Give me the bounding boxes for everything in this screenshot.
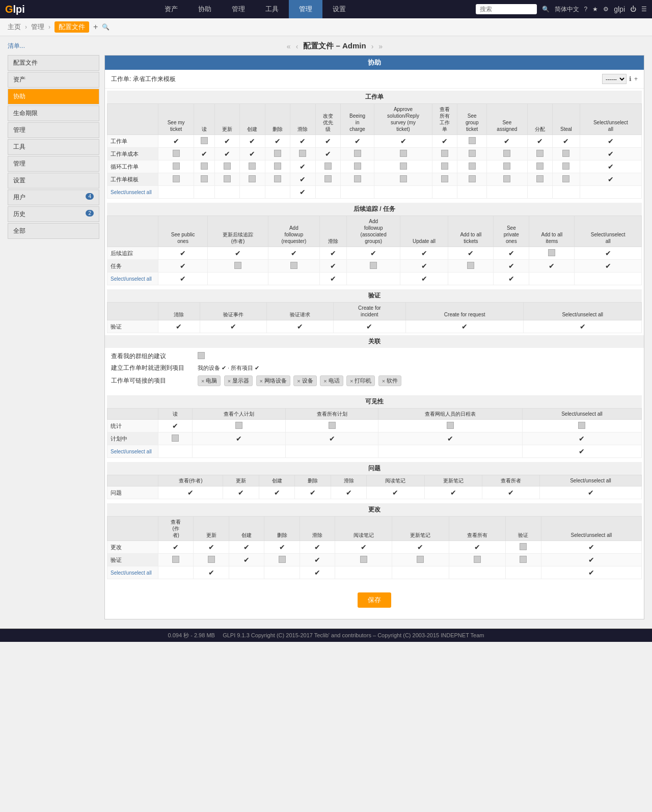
empty-checkbox[interactable]: [354, 163, 361, 170]
template-dropdown[interactable]: ------: [602, 74, 627, 84]
table-cell[interactable]: ✔: [541, 566, 641, 579]
table-cell[interactable]: ✔: [223, 486, 259, 499]
language-selector[interactable]: 简体中文: [555, 5, 579, 14]
table-cell[interactable]: ✔: [580, 135, 641, 148]
search-icon[interactable]: 🔍: [542, 6, 550, 13]
sidebar-item-history[interactable]: 历史 2: [8, 206, 99, 222]
table-cell[interactable]: [457, 160, 487, 173]
table-cell[interactable]: ✔: [494, 273, 529, 285]
table-cell[interactable]: [214, 160, 239, 173]
table-cell[interactable]: [553, 160, 580, 173]
table-cell[interactable]: [553, 173, 580, 186]
table-cell[interactable]: [341, 173, 374, 186]
empty-checkbox[interactable]: [400, 150, 407, 157]
breadcrumb-manage[interactable]: 管理: [31, 22, 44, 32]
table-cell[interactable]: ✔: [290, 173, 315, 186]
table-cell[interactable]: [527, 186, 552, 199]
next-next-button[interactable]: »: [378, 42, 383, 50]
tag-printer[interactable]: × 打印机: [346, 375, 375, 386]
nav-manage[interactable]: 管理: [222, 0, 255, 18]
table-cell[interactable]: [194, 554, 229, 566]
table-cell[interactable]: ✔: [553, 135, 580, 148]
table-cell[interactable]: ✔: [158, 541, 194, 554]
empty-checkbox[interactable]: [562, 163, 569, 170]
table-cell[interactable]: ✔: [392, 541, 449, 554]
table-cell[interactable]: ✔: [158, 260, 208, 273]
table-cell[interactable]: [265, 148, 290, 160]
sidebar-item-mgmt[interactable]: 管理: [8, 122, 99, 138]
power-icon[interactable]: ⏻: [630, 6, 636, 13]
tag-device[interactable]: × 设备: [293, 375, 316, 386]
breadcrumb-active[interactable]: 配置文件: [55, 21, 89, 33]
table-cell[interactable]: [378, 445, 522, 458]
table-cell[interactable]: [448, 260, 494, 273]
table-cell[interactable]: ✔: [194, 566, 229, 579]
empty-checkbox[interactable]: [469, 137, 476, 144]
add-template-icon[interactable]: +: [634, 75, 638, 83]
empty-checkbox[interactable]: [469, 175, 476, 182]
table-cell[interactable]: ✔: [194, 148, 214, 160]
table-cell[interactable]: ✔: [264, 541, 300, 554]
table-cell[interactable]: [506, 554, 541, 566]
nav-tools[interactable]: 工具: [255, 0, 289, 18]
table-cell[interactable]: [457, 148, 487, 160]
table-cell[interactable]: [265, 160, 290, 173]
empty-checkbox[interactable]: [324, 163, 332, 170]
table-cell[interactable]: [432, 186, 457, 199]
table-cell[interactable]: [315, 173, 340, 186]
table-cell[interactable]: [487, 186, 527, 199]
sidebar-item-users[interactable]: 用户 4: [8, 190, 99, 205]
empty-checkbox[interactable]: [447, 422, 454, 429]
table-cell[interactable]: [341, 160, 374, 173]
table-cell[interactable]: ✔: [319, 247, 347, 260]
table-cell[interactable]: ✔: [214, 148, 239, 160]
table-cell[interactable]: [268, 273, 319, 285]
table-cell[interactable]: ✔: [487, 135, 527, 148]
table-cell[interactable]: ✔: [378, 432, 522, 445]
table-cell[interactable]: ✔: [405, 320, 524, 333]
table-cell[interactable]: ✔: [300, 554, 335, 566]
table-cell[interactable]: [193, 420, 285, 432]
table-cell[interactable]: [194, 160, 214, 173]
table-cell[interactable]: ✔: [229, 541, 264, 554]
table-cell[interactable]: ✔: [448, 247, 494, 260]
table-cell[interactable]: ✔: [285, 432, 378, 445]
sidebar-item-settings[interactable]: 设置: [8, 173, 99, 188]
empty-checkbox[interactable]: [548, 249, 555, 256]
table-cell[interactable]: ✔: [333, 320, 405, 333]
table-cell[interactable]: [378, 420, 522, 432]
table-cell[interactable]: [268, 260, 319, 273]
empty-checkbox[interactable]: [173, 150, 180, 157]
menu-icon[interactable]: ☰: [641, 6, 647, 13]
table-cell[interactable]: ✔: [580, 173, 641, 186]
empty-checkbox[interactable]: [503, 163, 510, 170]
table-cell[interactable]: ✔: [347, 247, 400, 260]
table-cell[interactable]: ✔: [158, 420, 193, 432]
table-cell[interactable]: ✔: [290, 186, 315, 199]
empty-checkbox[interactable]: [536, 175, 544, 182]
table-cell[interactable]: ✔: [268, 247, 319, 260]
nav-assist[interactable]: 协助: [188, 0, 222, 18]
prev-prev-button[interactable]: «: [287, 42, 291, 50]
table-cell[interactable]: ✔: [315, 148, 340, 160]
table-cell[interactable]: [553, 148, 580, 160]
prev-button[interactable]: ‹: [296, 42, 298, 50]
table-cell[interactable]: ✔: [400, 273, 448, 285]
empty-checkbox[interactable]: [354, 150, 361, 157]
table-cell[interactable]: ✔: [158, 247, 208, 260]
empty-checkbox[interactable]: [441, 150, 448, 157]
table-cell[interactable]: ✔: [315, 135, 340, 148]
table-cell[interactable]: [240, 173, 265, 186]
select-all-link[interactable]: Select/unselect all: [111, 570, 152, 576]
table-cell[interactable]: [315, 186, 340, 199]
tag-close-software[interactable]: ×: [382, 378, 385, 384]
tag-close-network[interactable]: ×: [260, 378, 263, 384]
table-cell[interactable]: [290, 148, 315, 160]
table-cell[interactable]: ✔: [331, 486, 366, 499]
save-button[interactable]: 保存: [358, 592, 391, 608]
table-cell[interactable]: [335, 554, 392, 566]
empty-checkbox[interactable]: [474, 556, 481, 563]
table-cell[interactable]: ✔: [259, 486, 294, 499]
empty-checkbox[interactable]: [274, 150, 281, 157]
empty-checkbox[interactable]: [469, 163, 476, 170]
